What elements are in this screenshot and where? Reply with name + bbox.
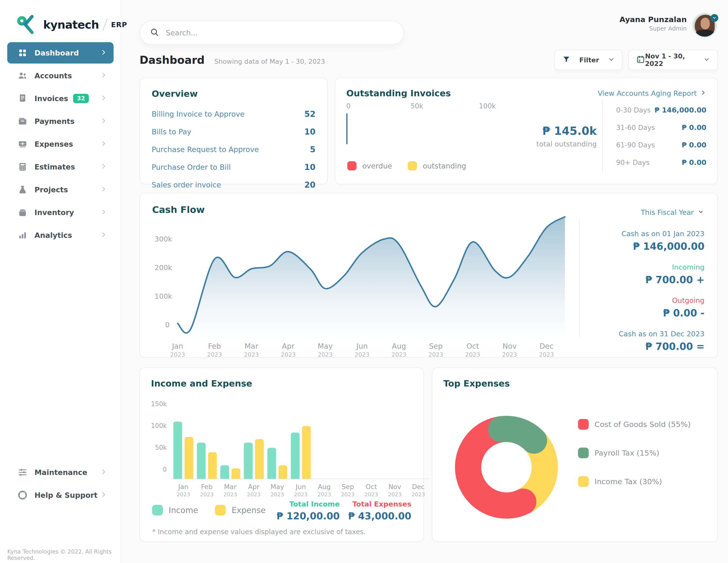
sidebar-item-expenses[interactable]: Expenses	[7, 133, 114, 155]
y-axis-tick-label: 100k	[155, 292, 170, 300]
overview-row-label: Billing Invoice to Approve	[152, 110, 245, 118]
month-name: May	[311, 342, 340, 350]
fiscal-year-label: This Fiscal Year	[641, 208, 694, 217]
aging-summary: 0-30 Days₱ 146,000.00 31-60 Days₱ 0.00 6…	[616, 106, 706, 167]
calendar-icon	[636, 55, 645, 65]
legend-label: overdue	[362, 162, 392, 170]
top-expenses-donut-chart	[451, 411, 562, 524]
aging-value: ₱ 0.00	[682, 158, 706, 167]
month-name: Sep	[421, 342, 450, 350]
legend-item-overdue: overdue	[347, 161, 392, 171]
aging-value: ₱ 0.00	[682, 123, 706, 132]
chevron-right-icon	[100, 72, 107, 80]
month-name: Aug	[313, 483, 336, 490]
aging-label: 61-90 Days	[616, 141, 655, 149]
income-bar	[267, 448, 276, 480]
filter-button[interactable]: Filter	[554, 50, 622, 70]
overview-row[interactable]: Purchase Request to Approve5	[152, 145, 315, 154]
sidebar-item-inventory[interactable]: Inventory	[7, 202, 114, 223]
chevron-down-icon	[698, 208, 704, 217]
sidebar-item-accounts[interactable]: Accounts	[7, 65, 114, 86]
overview-row-value: 20	[304, 180, 315, 190]
overview-row-label: Sales order invoice	[152, 181, 221, 189]
sidebar-item-label: Maintenance	[34, 468, 87, 477]
sidebar-item-label: Projects	[34, 186, 68, 194]
expense-bar	[302, 426, 311, 480]
x-axis-month-label: Sep2023	[336, 483, 359, 497]
axis-tick-label: 0	[346, 102, 351, 110]
sidebar-item-maintenance[interactable]: Maintenance	[7, 462, 114, 483]
chevron-right-icon	[100, 49, 107, 57]
income-bar	[197, 442, 206, 480]
month-name: Mar	[219, 483, 242, 490]
month-year: 2023	[289, 491, 313, 497]
month-year: 2023	[407, 491, 430, 497]
analytics-bars-icon	[17, 230, 28, 241]
top-expenses-card: Top Expenses Cost of Goods Sold (55%) Pa…	[432, 367, 718, 542]
payroll-tax-slice	[501, 429, 534, 440]
y-axis-tick-label: 150k	[147, 400, 167, 407]
x-axis-month-label: Jan2023	[172, 483, 195, 497]
sidebar-item-payments[interactable]: Payments	[7, 111, 114, 132]
expense-bar	[255, 439, 264, 480]
month-name: Apr	[274, 342, 303, 350]
sidebar-nav: Dashboard Accounts Invoices 32	[7, 41, 114, 247]
overview-row[interactable]: Billing Invoice to Approve52	[152, 109, 315, 119]
sidebar-item-label: Accounts	[34, 72, 72, 80]
month-name: Nov	[495, 342, 524, 350]
overview-row[interactable]: Bills to Pay10	[152, 127, 315, 137]
user-block[interactable]: Ayana Punzalan Super Admin	[595, 15, 687, 32]
brand-logo[interactable]: kynatech ERP	[16, 13, 127, 37]
y-axis-tick-label: 50k	[147, 444, 167, 451]
maintenance-sliders-icon	[17, 467, 28, 478]
sidebar-item-projects[interactable]: Projects	[7, 179, 114, 200]
legend-label: Cost of Goods Sold (55%)	[595, 420, 691, 429]
month-name: Sep	[336, 483, 359, 490]
sidebar-item-label: Expenses	[34, 140, 73, 148]
date-range-picker[interactable]: Nov 1 - 30, 2022	[629, 50, 718, 70]
estimates-calculator-icon	[17, 161, 28, 172]
expense-bar	[232, 468, 240, 480]
search-bar	[140, 21, 404, 45]
sidebar-item-analytics[interactable]: Analytics	[7, 225, 114, 246]
month-year: 2023	[266, 491, 289, 497]
month-year: 2023	[383, 491, 406, 497]
legend-swatch	[578, 476, 589, 487]
sidebar-item-label: Help & Support	[34, 491, 98, 499]
brand-name: kynatech	[43, 18, 99, 31]
legend-item-payroll-tax: Payroll Tax (15%)	[578, 448, 691, 458]
fiscal-year-dropdown[interactable]: This Fiscal Year	[641, 208, 704, 217]
view-accounts-aging-report-link[interactable]: View Accounts Aging Report	[598, 89, 706, 98]
invoices-count-badge: 32	[73, 94, 89, 103]
sidebar-item-estimates[interactable]: Estimates	[7, 156, 114, 178]
closing-balance-value: ₱ 700.00 =	[578, 341, 704, 352]
legend-label: Expense	[232, 506, 265, 515]
aging-label: 90+ Days	[616, 159, 650, 167]
overview-row[interactable]: Sales order invoice20	[152, 180, 315, 190]
opening-balance: Cash as on 01 Jan 2023 ₱ 146,000.00	[578, 230, 704, 252]
overview-row[interactable]: Purchase Order to Bill10	[152, 163, 315, 172]
month-name: Dec	[532, 342, 561, 350]
chevron-right-icon	[100, 208, 107, 217]
filter-funnel-icon	[562, 55, 571, 65]
user-role: Super Admin	[595, 25, 687, 32]
search-icon	[150, 27, 159, 38]
search-input[interactable]	[165, 28, 385, 37]
income-bar	[291, 432, 300, 480]
x-axis-month-label: Feb2023	[195, 483, 218, 497]
sidebar-item-invoices[interactable]: Invoices 32	[7, 88, 114, 109]
sidebar-item-label: Analytics	[34, 231, 72, 240]
chevron-right-icon	[100, 94, 107, 103]
legend-item-cogs: Cost of Goods Sold (55%)	[578, 419, 691, 430]
copyright-text: Kyna Technologies © 2022. All Rights Res…	[7, 548, 121, 561]
month-name: Feb	[200, 342, 229, 350]
income-bar	[220, 465, 229, 480]
x-axis-month-label: Nov2023	[495, 342, 524, 358]
sidebar-item-dashboard[interactable]: Dashboard	[7, 42, 114, 64]
overview-card: Overview Billing Invoice to Approve52 Bi…	[140, 78, 328, 184]
legend-item-income-tax: Income Tax (30%)	[578, 476, 691, 487]
expense-bar	[279, 465, 287, 480]
legend-label: Payroll Tax (15%)	[595, 448, 659, 457]
sidebar-item-help-support[interactable]: Help & Support	[7, 484, 114, 506]
inventory-box-icon	[17, 207, 28, 218]
